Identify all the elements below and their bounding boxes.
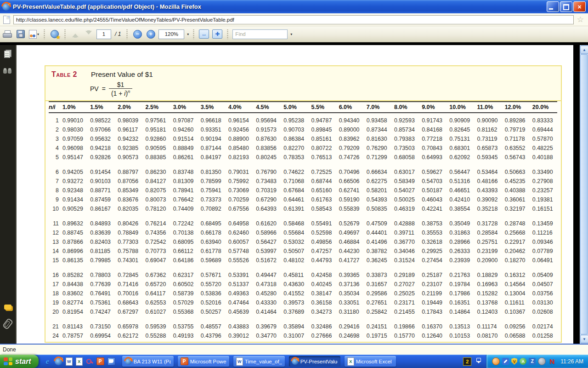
wrench-icon[interactable]: [502, 358, 509, 365]
table-row: 110.896320.848930.804260.762140.722420.6…: [49, 219, 557, 228]
pages-icon[interactable]: [4, 50, 11, 58]
value-cell: 0.78757: [60, 333, 87, 339]
value-cell: 0.42241: [419, 206, 447, 212]
value-cell: 0.72845: [115, 272, 142, 278]
value-cell: 0.62741: [336, 187, 364, 194]
firefox-window: PV-PresentValueTable.pdf (application/pd…: [0, 0, 588, 368]
letter-z-icon[interactable]: [529, 358, 536, 365]
value-cell: 0.75788: [115, 248, 142, 254]
value-cell: 0.16151: [530, 206, 557, 212]
excel-icon[interactable]: [76, 357, 83, 366]
value-cell: 0.87459: [87, 196, 115, 203]
binoculars-icon[interactable]: [3, 68, 12, 74]
scroll-down-button[interactable]: ▼: [580, 335, 588, 343]
zoom-in-button[interactable]: +: [145, 28, 156, 40]
sidebar-icons-bottom: [4, 305, 11, 329]
letter-n-icon[interactable]: [548, 357, 556, 365]
attachments-icon[interactable]: [2, 318, 14, 330]
notification-badge[interactable]: 2: [463, 357, 471, 366]
taskbar-button-label: Time_value_of_mo...: [245, 359, 282, 364]
next-page-button[interactable]: [83, 28, 94, 40]
value-cell: 0.20462: [502, 248, 530, 254]
zoom-level-select[interactable]: 120%: [158, 29, 184, 39]
value-cell: 0.81162: [475, 126, 502, 133]
minimize-button[interactable]: [547, 1, 559, 12]
value-cell: 0.93272: [60, 178, 87, 184]
scroll-up-button[interactable]: ▲: [580, 46, 588, 54]
period-cell: 4: [49, 145, 60, 151]
taskbar-button[interactable]: BA 213 W11 (Pasc...: [122, 356, 174, 367]
shield-icon[interactable]: [511, 358, 517, 365]
print-button[interactable]: [2, 28, 13, 40]
value-cell: 0.53755: [170, 323, 198, 330]
value-cell: 0.82403: [87, 239, 115, 245]
page-number-input[interactable]: [96, 29, 111, 39]
value-cell: 0.77218: [419, 136, 447, 142]
close-button[interactable]: ×: [573, 1, 586, 12]
gray-ball-icon[interactable]: [538, 357, 546, 365]
search-web-button[interactable]: [49, 28, 60, 40]
value-cell: 0.41552: [281, 290, 308, 297]
value-cell: 0.62092: [447, 154, 474, 161]
orange-ball-icon[interactable]: [492, 357, 500, 365]
value-cell: 0.61391: [281, 206, 308, 212]
taskbar-button[interactable]: Microsoft PowerPo...: [178, 356, 229, 367]
value-cell: 0.42410: [447, 196, 474, 203]
save-button[interactable]: [15, 28, 26, 40]
value-cell: 0.83962: [336, 136, 364, 142]
value-cell: 0.55684: [281, 230, 308, 236]
value-cell: 0.81185: [87, 248, 115, 254]
firefox-icon: [292, 358, 299, 365]
value-cell: 0.56447: [447, 169, 474, 175]
collaborate-button[interactable]: ▾: [28, 28, 40, 40]
vertical-scrollbar[interactable]: ▲ ▼: [580, 45, 588, 344]
value-cell: 0.97059: [60, 136, 87, 142]
zoom-out-button[interactable]: −: [132, 28, 143, 40]
fit-page-button[interactable]: ✚: [212, 28, 223, 40]
value-cell: 0.66506: [336, 178, 364, 184]
formula-denominator: (1 + i)n: [109, 88, 133, 97]
bookmark-star-icon[interactable]: ☆: [577, 16, 585, 23]
url-input[interactable]: [13, 15, 574, 24]
value-cell: 0.03130: [530, 299, 557, 306]
value-cell: 0.78849: [115, 230, 142, 236]
value-cell: 0.78353: [281, 154, 308, 161]
tray-icons: [492, 357, 556, 365]
period-cell: 14: [49, 248, 60, 254]
value-cell: 0.19866: [391, 323, 419, 330]
zoom-dropdown-caret-icon[interactable]: ▾: [187, 32, 189, 36]
value-cell: 0.56427: [253, 239, 281, 245]
find-dropdown-caret-icon[interactable]: ▾: [290, 32, 292, 36]
powerpoint-icon[interactable]: [96, 357, 104, 365]
value-cell: 0.54703: [419, 178, 447, 184]
value-cell: 0.35034: [336, 290, 364, 297]
value-cell: 0.35894: [281, 323, 308, 330]
firefox-icon: [125, 358, 132, 365]
ie-icon[interactable]: [44, 357, 51, 365]
comments-icon[interactable]: [4, 305, 11, 310]
scrollbar-thumb[interactable]: [580, 54, 588, 334]
restore-button[interactable]: [560, 1, 572, 12]
hidden-icons-button[interactable]: [475, 357, 482, 366]
value-cell: 0.53464: [475, 169, 502, 175]
value-cell: 0.73503: [391, 145, 419, 151]
value-cell: 0.27651: [364, 299, 391, 306]
firefox-icon[interactable]: [55, 357, 62, 365]
value-cell: 0.97066: [87, 126, 115, 133]
rate-header: 3.0%: [170, 104, 198, 110]
word-icon[interactable]: [66, 357, 73, 366]
key-icon[interactable]: [86, 358, 93, 365]
previous-page-button[interactable]: [70, 28, 81, 40]
green-a-icon[interactable]: [520, 358, 526, 365]
value-cell: 0.63017: [391, 169, 419, 175]
value-cell: 0.75992: [226, 178, 253, 184]
rate-header: 10.0%: [447, 104, 474, 110]
start-button[interactable]: start: [0, 355, 39, 368]
taskbar-button[interactable]: Time_value_of_mo...: [233, 356, 285, 367]
taskbar-button[interactable]: Microsoft Excel - r...: [345, 356, 396, 367]
period-cell: 8: [49, 187, 60, 194]
journal-icon[interactable]: [107, 357, 115, 365]
find-input[interactable]: [232, 29, 288, 39]
fit-width-button[interactable]: ↔: [198, 28, 209, 40]
taskbar-button[interactable]: PV-PresentValueT...: [289, 356, 340, 367]
